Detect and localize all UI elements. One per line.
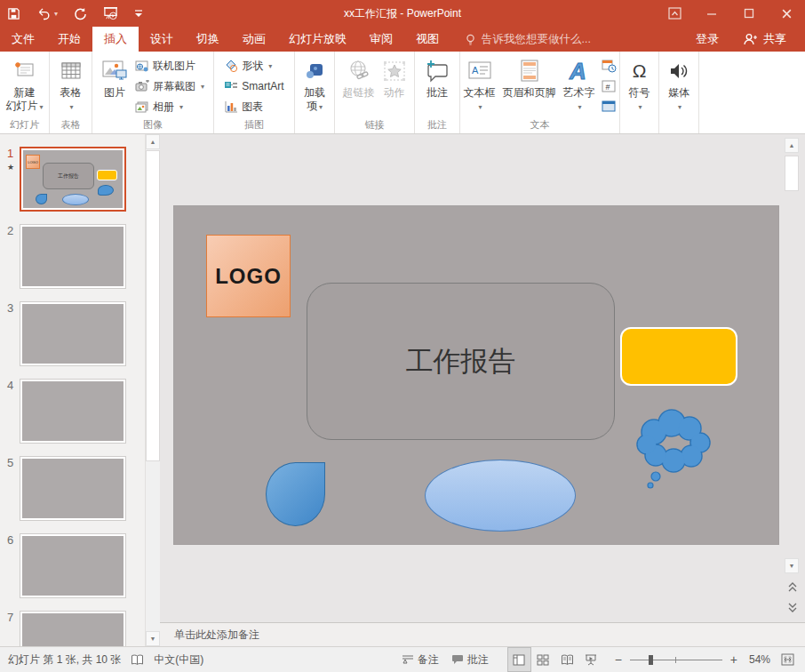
scroll-up-button[interactable]: ▲ xyxy=(785,138,799,153)
group-label-images: 图像 xyxy=(92,118,213,133)
tab-transitions[interactable]: 切换 xyxy=(185,27,231,52)
slide-4-preview[interactable] xyxy=(20,379,126,444)
ribbon-display-options-button[interactable] xyxy=(656,0,693,27)
chart-button[interactable]: 图表 xyxy=(221,97,286,116)
maximize-icon xyxy=(744,8,754,19)
language-button[interactable]: 中文(中国) xyxy=(147,647,210,672)
slide-number-button[interactable]: # xyxy=(600,77,619,95)
symbol-button[interactable]: Ω 符号 xyxy=(626,54,653,116)
zoom-in-button[interactable]: + xyxy=(728,652,740,667)
fit-slide-to-window-button[interactable] xyxy=(776,647,800,672)
cloud-callout-shape[interactable] xyxy=(627,407,716,496)
comments-toggle-button[interactable]: 批注 xyxy=(445,647,495,672)
hyperlink-button[interactable]: 超链接 xyxy=(340,54,378,101)
logo-shape[interactable]: LOGO xyxy=(206,235,291,317)
table-button[interactable]: 表格 xyxy=(57,54,85,116)
tell-me-placeholder: 告诉我您想要做什么... xyxy=(482,32,591,47)
minimize-button[interactable] xyxy=(693,0,730,27)
slide-editing-surface[interactable]: LOGO 工作报告 xyxy=(174,206,778,544)
tab-slideshow[interactable]: 幻灯片放映 xyxy=(277,27,358,52)
photo-album-icon xyxy=(135,100,149,113)
scrollbar-thumb[interactable] xyxy=(146,150,160,461)
scrollbar-thumb[interactable] xyxy=(785,156,799,191)
minimize-icon xyxy=(706,8,717,19)
action-button[interactable]: 动作 xyxy=(379,54,410,101)
next-slide-button[interactable] xyxy=(785,600,799,614)
comments-icon xyxy=(451,654,464,665)
canvas-vertical-scrollbar[interactable]: ▲ ▼ xyxy=(785,138,800,618)
tab-review[interactable]: 审阅 xyxy=(358,27,404,52)
share-button[interactable]: 共享 xyxy=(761,27,798,52)
textbox-button[interactable]: A 文本框 xyxy=(461,54,498,116)
scroll-down-button[interactable]: ▼ xyxy=(785,558,799,573)
slide-thumbnail-1[interactable]: 1 ★ LOGO 工作报告 xyxy=(0,147,145,212)
slide-5-preview[interactable] xyxy=(20,456,126,521)
chart-icon xyxy=(224,100,238,113)
new-slide-button[interactable]: 新建 幻灯片 xyxy=(3,54,45,116)
cloud-shape-graphic xyxy=(627,407,716,492)
addins-icon xyxy=(304,60,325,82)
slide-show-button[interactable] xyxy=(579,647,603,672)
reading-view-button[interactable] xyxy=(555,647,579,672)
addins-button[interactable]: 加载 项 xyxy=(301,54,328,116)
yellow-rounded-rectangle-shape[interactable] xyxy=(620,327,737,386)
ribbon-group-slides: 新建 幻灯片 幻灯片 xyxy=(0,52,50,133)
slide-3-preview[interactable] xyxy=(20,301,126,366)
slide-1-preview[interactable]: LOGO 工作报告 xyxy=(20,147,126,212)
zoom-slider-handle[interactable] xyxy=(649,655,653,665)
ribbon-group-media: 媒体 xyxy=(659,52,699,133)
slide-2-preview[interactable] xyxy=(20,224,126,289)
tab-view[interactable]: 视图 xyxy=(404,27,450,52)
notes-pane[interactable]: 单击此处添加备注 xyxy=(160,622,805,646)
slide-6-preview[interactable] xyxy=(20,533,126,598)
thumbnail-panel-scrollbar[interactable]: ▲ ▼ xyxy=(145,134,160,646)
shapes-button[interactable]: 形状 xyxy=(221,56,286,76)
shapes-icon xyxy=(224,60,238,73)
media-button[interactable]: 媒体 xyxy=(666,54,692,116)
slide-thumbnail-6[interactable]: 6 xyxy=(0,533,145,598)
slide-canvas[interactable]: LOGO 工作报告 xyxy=(160,134,805,622)
tab-design[interactable]: 设计 xyxy=(139,27,185,52)
ribbon-group-symbols: Ω 符号 xyxy=(620,52,659,133)
slide-sorter-view-button[interactable] xyxy=(531,647,555,672)
tab-insert[interactable]: 插入 xyxy=(92,27,139,52)
notes-toggle-button[interactable]: 备注 xyxy=(395,647,445,672)
previous-slide-button[interactable] xyxy=(785,580,799,594)
title-rounded-rectangle-shape[interactable]: 工作报告 xyxy=(307,283,615,440)
tab-file[interactable]: 文件 xyxy=(0,27,46,52)
scroll-down-button[interactable]: ▼ xyxy=(146,631,160,646)
slide-thumbnail-5[interactable]: 5 xyxy=(0,456,145,521)
tab-animations[interactable]: 动画 xyxy=(231,27,277,52)
new-comment-button[interactable]: 批注 xyxy=(422,54,452,101)
smartart-button[interactable]: SmartArt xyxy=(221,76,286,96)
zoom-out-button[interactable]: − xyxy=(612,652,625,667)
ellipse-shape[interactable] xyxy=(425,460,576,532)
online-pictures-button[interactable]: 联机图片 xyxy=(132,56,207,76)
scroll-up-button[interactable]: ▲ xyxy=(146,134,160,149)
proofing-button[interactable] xyxy=(127,647,147,672)
zoom-slider[interactable] xyxy=(630,654,722,665)
tab-home[interactable]: 开始 xyxy=(46,27,92,52)
photo-album-button[interactable]: 相册 xyxy=(132,97,207,116)
normal-view-button[interactable] xyxy=(507,647,531,672)
picture-button[interactable]: 图片 xyxy=(99,54,131,101)
screenshot-button[interactable]: 屏幕截图 xyxy=(132,76,207,96)
slide-thumbnail-3[interactable]: 3 xyxy=(0,301,145,366)
date-time-button[interactable] xyxy=(600,57,619,75)
workspace: 1 ★ LOGO 工作报告 2 3 xyxy=(0,134,805,646)
zoom-level[interactable]: 54% xyxy=(740,653,770,666)
teardrop-shape[interactable] xyxy=(266,462,325,526)
sign-in-button[interactable]: 登录 xyxy=(684,27,730,52)
slide-counter[interactable]: 幻灯片 第 1 张, 共 10 张 xyxy=(2,647,127,672)
slide-thumbnail-4[interactable]: 4 xyxy=(0,379,145,444)
slide-thumbnail-2[interactable]: 2 xyxy=(0,224,145,289)
mini-yellow-shape xyxy=(97,170,117,180)
close-button[interactable] xyxy=(768,0,805,27)
header-footer-button[interactable]: 页眉和页脚 xyxy=(500,54,559,101)
wordart-button[interactable]: A 艺术字 xyxy=(561,54,598,116)
maximize-button[interactable] xyxy=(730,0,768,27)
object-button[interactable] xyxy=(600,98,619,116)
omega-icon: Ω xyxy=(633,56,647,86)
tell-me-box[interactable]: 告诉我您想要做什么... xyxy=(465,27,591,52)
ribbon-group-comments: 批注 批注 xyxy=(415,52,460,133)
